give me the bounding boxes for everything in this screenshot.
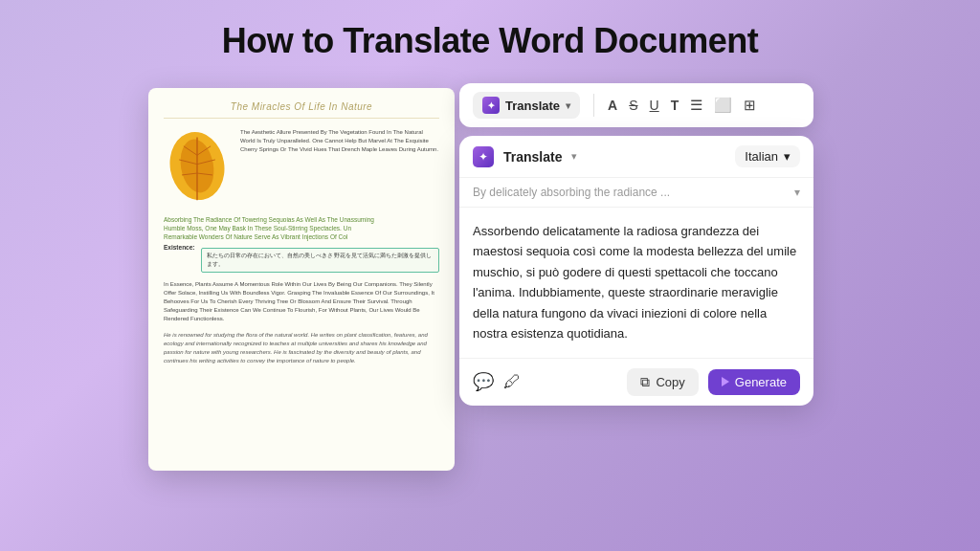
panel-output: Assorbendo delicatamente la radiosa gran…: [459, 208, 813, 358]
copy-label: Copy: [656, 375, 684, 389]
panel-translate-label: Translate: [503, 149, 562, 165]
language-select[interactable]: Italian ▾: [735, 145, 800, 167]
doc-bio: He is renowned for studying the flora of…: [164, 331, 439, 365]
panel-translate-icon: ✦: [473, 146, 494, 167]
panel-input-placeholder: By delicately absorbing the radiance ...: [473, 186, 670, 199]
panel-input-text: By delicately absorbing the radiance ...…: [473, 186, 800, 199]
doc-paragraph2: In Essence, Plants Assume A Momentous Ro…: [164, 280, 439, 323]
panel-input-chevron: ▾: [794, 186, 800, 199]
content-area: The Miracles Of Life In Nature The Aesth…: [0, 78, 980, 548]
format-image-icon[interactable]: ⬜: [714, 97, 732, 114]
generate-button[interactable]: Generate: [708, 369, 800, 395]
format-strikethrough-icon[interactable]: S: [629, 98, 637, 113]
translate-panel: ✦ Translate ▾ Italian ▾ By delicately ab…: [459, 136, 813, 406]
doc-highlight-japanese: 私たちの日常の存在において、自然の美しべきさ 野花を見て活気に満ちた刺激を提供し…: [201, 248, 439, 273]
copy-button[interactable]: ⧉ Copy: [627, 368, 698, 396]
generate-play-icon: [722, 377, 729, 386]
generate-label: Generate: [735, 375, 787, 389]
translate-icon: ✦: [482, 97, 500, 114]
panel-header: ✦ Translate ▾ Italian ▾: [459, 136, 813, 178]
format-table-icon[interactable]: ⊞: [744, 97, 756, 114]
copy-icon: ⧉: [640, 374, 650, 390]
toolbar-chevron-icon: ▾: [566, 100, 570, 111]
toolbar-divider: [593, 94, 594, 117]
leaf-image: [164, 128, 231, 205]
format-comment-icon[interactable]: ☰: [690, 97, 702, 114]
word-document: The Miracles Of Life In Nature The Aesth…: [148, 88, 455, 471]
page-title: How to Translate Word Document: [0, 0, 980, 78]
language-label: Italian: [745, 149, 778, 164]
language-chevron-icon: ▾: [784, 149, 791, 164]
doc-paragraph1: The Aesthetic Allure Presented By The Ve…: [240, 128, 439, 154]
footer-brush-icon[interactable]: 🖊: [503, 372, 521, 392]
footer-chat-icon[interactable]: 💬: [473, 371, 494, 392]
panel-label-chevron: ▾: [571, 150, 577, 163]
toolbar-translate-button[interactable]: ✦ Translate ▾: [473, 92, 580, 119]
doc-green1: Absorbing The Radiance Of Towering Sequo…: [164, 216, 439, 223]
panel-input-row: By delicately absorbing the radiance ...…: [459, 178, 813, 208]
panel-output-text: Assorbendo delicatamente la radiosa gran…: [473, 221, 800, 344]
doc-green2: Humble Moss, One May Bask In These Soul-…: [164, 225, 439, 231]
doc-green3: Remarkable Wonders Of Nature Serve As Vi…: [164, 233, 439, 240]
format-text-icon[interactable]: T: [671, 98, 679, 113]
toolbar-translate-label: Translate: [505, 99, 560, 113]
doc-title: The Miracles Of Life In Nature: [164, 101, 439, 119]
format-underline-icon[interactable]: U: [650, 98, 659, 113]
toolbar-icons: A S U T ☰ ⬜ ⊞: [608, 97, 756, 114]
format-font-icon[interactable]: A: [608, 98, 617, 113]
panel-footer: 💬 🖊 ⧉ Copy Generate: [459, 358, 813, 406]
toolbar: ✦ Translate ▾ A S U T ☰ ⬜ ⊞: [459, 83, 813, 127]
